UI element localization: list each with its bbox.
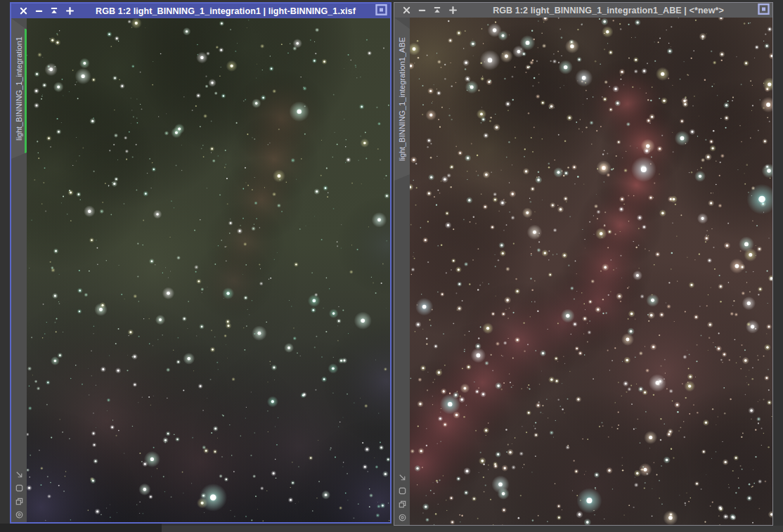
- close-icon: [20, 7, 27, 15]
- image-view-integration1[interactable]: [27, 18, 390, 522]
- center-view-icon[interactable]: [14, 510, 25, 520]
- view-tab-integration1-abe[interactable]: light_BINNING_1_integration1_ABE: [394, 18, 410, 181]
- close-button[interactable]: [18, 6, 29, 16]
- view-tab-integration1[interactable]: light_BINNING_1_integration1: [11, 18, 27, 159]
- maximize-icon: [375, 4, 387, 18]
- resize-arrow-icon[interactable]: [397, 472, 408, 483]
- plus-icon: [66, 7, 74, 15]
- workspace-bottom-dark: [0, 524, 162, 532]
- view-tab-label: light_BINNING_1_integration1_ABE: [396, 18, 408, 181]
- maximize-button[interactable]: [375, 5, 387, 17]
- shade-button[interactable]: [48, 6, 60, 16]
- center-view-icon[interactable]: [397, 512, 408, 523]
- iconize-button[interactable]: [33, 6, 44, 16]
- shade-icon: [433, 6, 441, 14]
- zoom-in-button[interactable]: [447, 5, 458, 15]
- titlebar-left[interactable]: RGB 1:2 light_BINNING_1_integration1 | l…: [11, 4, 390, 18]
- plus-icon: [449, 6, 457, 14]
- pixinsight-workspace: { "windows": [ { "title": "RGB 1:2 light…: [0, 0, 783, 532]
- corner-controls-left: [11, 469, 27, 520]
- image-window-integration1: RGB 1:2 light_BINNING_1_integration1 | l…: [10, 2, 392, 524]
- resize-arrow-icon[interactable]: [14, 469, 25, 480]
- view-tab-label: light_BINNING_1_integration1: [13, 18, 25, 159]
- window-title: RGB 1:2 light_BINNING_1_integration1_ABE…: [462, 6, 754, 15]
- duplicate-view-icon[interactable]: [14, 496, 25, 507]
- titlebar-right[interactable]: RGB 1:2 light_BINNING_1_integration1_ABE…: [394, 3, 772, 18]
- active-view-indicator: [25, 29, 27, 153]
- image-window-integration1-abe: RGB 1:2 light_BINNING_1_integration1_ABE…: [394, 2, 773, 526]
- fit-frame-icon[interactable]: [14, 483, 25, 493]
- image-view-integration1-abe[interactable]: [410, 18, 772, 525]
- shade-button[interactable]: [432, 5, 443, 15]
- maximize-button[interactable]: [757, 4, 770, 16]
- window-body-left: light_BINNING_1_integration1: [11, 18, 390, 522]
- corner-controls-right: [394, 472, 410, 523]
- window-body-right: light_BINNING_1_integration1_ABE: [394, 18, 772, 525]
- zoom-in-button[interactable]: [64, 6, 75, 16]
- window-title: RGB 1:2 light_BINNING_1_integration1 | l…: [79, 6, 372, 16]
- minus-icon: [35, 7, 43, 15]
- maximize-icon: [758, 4, 770, 18]
- shade-icon: [50, 7, 58, 15]
- close-icon: [403, 6, 410, 14]
- fit-frame-icon[interactable]: [397, 486, 408, 496]
- minus-icon: [418, 6, 426, 14]
- iconize-button[interactable]: [416, 5, 427, 15]
- duplicate-view-icon[interactable]: [397, 499, 408, 510]
- close-button[interactable]: [401, 5, 412, 15]
- workspace-bottom-strip: [162, 526, 783, 532]
